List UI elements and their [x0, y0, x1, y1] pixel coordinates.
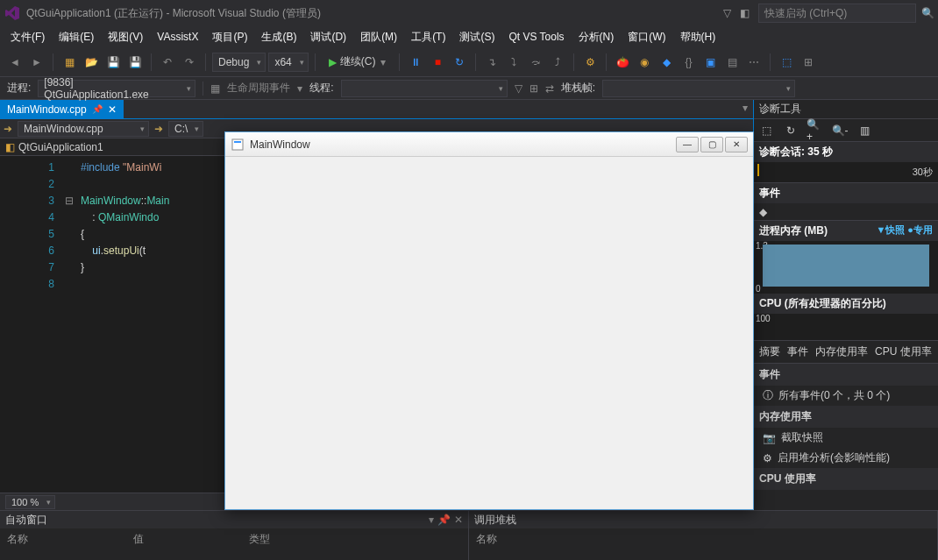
- minimize-button[interactable]: —: [676, 137, 699, 152]
- menu-build[interactable]: 生成(B): [254, 27, 303, 47]
- tool-icon-1[interactable]: ⚙: [580, 53, 600, 72]
- summary-all-events[interactable]: ⓘ所有事件(0 个，共 0 个): [754, 386, 938, 406]
- restart-icon[interactable]: ↻: [450, 53, 469, 72]
- diag-zoomout-icon[interactable]: 🔍-: [831, 122, 849, 139]
- config-dropdown[interactable]: Debug: [212, 53, 266, 72]
- menu-edit[interactable]: 编辑(E): [52, 27, 101, 47]
- va-icon-6[interactable]: ▤: [722, 53, 742, 72]
- memory-chart[interactable]: 1.3 0: [754, 241, 938, 294]
- summary-mem-header: 内存使用率: [754, 406, 938, 428]
- redo-icon[interactable]: ↷: [180, 53, 199, 72]
- swap-icon[interactable]: ⇄: [545, 82, 554, 95]
- mem-legend[interactable]: ▼快照 ●专用: [876, 223, 933, 238]
- pin-icon[interactable]: 📌: [437, 514, 451, 526]
- quick-launch-input[interactable]: 快速启动 (Ctrl+Q): [758, 4, 916, 23]
- menu-team[interactable]: 团队(M): [353, 27, 404, 47]
- stackframe-dropdown[interactable]: [602, 80, 795, 97]
- menu-view[interactable]: 视图(V): [101, 27, 150, 47]
- new-project-icon[interactable]: ▦: [60, 53, 79, 72]
- diag-tab-memory[interactable]: 内存使用率: [815, 344, 868, 359]
- diag-select-icon[interactable]: ⬚: [757, 122, 775, 139]
- search-icon[interactable]: 🔍: [921, 7, 934, 19]
- diag-tab-cpu[interactable]: CPU 使用率: [875, 344, 932, 359]
- va-icon-1[interactable]: 🍅: [613, 53, 632, 72]
- menu-window[interactable]: 窗口(W): [621, 27, 672, 47]
- step-over-icon[interactable]: ⤼: [526, 53, 545, 72]
- diag-timeline[interactable]: 30秒: [754, 162, 938, 183]
- filter-icon[interactable]: ▽: [515, 82, 522, 95]
- open-file-icon[interactable]: 📂: [82, 53, 101, 72]
- qt-mainwindow[interactable]: MainWindow — ▢ ✕: [224, 131, 754, 510]
- menu-vassistx[interactable]: VAssistX: [150, 28, 205, 46]
- col-name[interactable]: 名称: [7, 532, 28, 547]
- va-icon-9[interactable]: ⊞: [799, 53, 818, 72]
- lifecycle-icon[interactable]: ▦: [210, 82, 220, 95]
- diag-settings-icon[interactable]: ▥: [856, 122, 873, 139]
- va-icon-4[interactable]: {}: [679, 53, 698, 72]
- diag-tab-summary[interactable]: 摘要: [759, 344, 780, 359]
- col-type[interactable]: 类型: [249, 532, 270, 547]
- nav-arrow2-icon[interactable]: ➜: [154, 123, 163, 135]
- summary-snapshot[interactable]: 📷截取快照: [754, 428, 938, 448]
- pin-icon[interactable]: 📌: [92, 104, 103, 114]
- class-name[interactable]: QtGuiApplication1: [18, 141, 103, 153]
- nav-scope-dropdown[interactable]: MainWindow.cpp: [18, 121, 149, 137]
- menu-test[interactable]: 测试(S): [452, 27, 501, 47]
- thread-dropdown[interactable]: [341, 80, 508, 97]
- continue-button[interactable]: ▶继续(C)▾: [322, 53, 394, 72]
- undo-icon[interactable]: ↶: [158, 53, 177, 72]
- menu-qtvstools[interactable]: Qt VS Tools: [501, 28, 571, 46]
- col-value[interactable]: 值: [133, 532, 144, 547]
- menu-debug[interactable]: 调试(D): [303, 27, 353, 47]
- dropdown-icon[interactable]: ▾: [429, 514, 434, 526]
- nav-arrow-icon[interactable]: ➜: [4, 123, 12, 135]
- menu-help[interactable]: 帮助(H): [673, 27, 723, 47]
- flag-icon[interactable]: ▽: [723, 7, 731, 19]
- va-icon-5[interactable]: ▣: [700, 53, 720, 72]
- nav-member-dropdown[interactable]: C:\: [168, 121, 203, 137]
- timeline-marker: [757, 164, 759, 176]
- fold-gutter[interactable]: ⊟: [61, 156, 77, 493]
- break-all-icon[interactable]: ⏸: [406, 53, 425, 72]
- step-into-icon[interactable]: ⤵: [504, 53, 523, 72]
- cs-col-name[interactable]: 名称: [476, 532, 497, 547]
- va-icon-2[interactable]: ◉: [635, 53, 654, 72]
- code-text[interactable]: #include "MainWi MainWindow::Main : QMai…: [77, 156, 169, 493]
- menu-file[interactable]: 文件(F): [4, 27, 52, 47]
- close-button[interactable]: ✕: [725, 137, 748, 152]
- stop-icon[interactable]: ■: [428, 53, 447, 72]
- qt-client-area[interactable]: [225, 157, 753, 509]
- va-icon-3[interactable]: ◆: [657, 53, 676, 72]
- platform-dropdown[interactable]: x64: [268, 53, 308, 72]
- nav-fwd-button[interactable]: ►: [27, 53, 46, 72]
- va-icon-8[interactable]: ⬚: [777, 53, 796, 72]
- qt-titlebar[interactable]: MainWindow — ▢ ✕: [225, 132, 753, 157]
- summary-heap[interactable]: ⚙启用堆分析(会影响性能): [754, 448, 938, 468]
- diag-zoomin-icon[interactable]: 🔍+: [807, 122, 824, 139]
- nav-back-button[interactable]: ◄: [5, 53, 25, 72]
- cpu-chart[interactable]: 100: [754, 314, 938, 340]
- diag-reset-icon[interactable]: ↻: [782, 122, 799, 139]
- diag-tab-events[interactable]: 事件: [787, 344, 808, 359]
- continue-label: 继续(C): [340, 54, 376, 69]
- menu-tools[interactable]: 工具(T): [404, 27, 452, 47]
- maximize-button[interactable]: ▢: [700, 137, 723, 152]
- tab-mainwindow-cpp[interactable]: MainWindow.cpp 📌 ✕: [0, 100, 124, 118]
- debug-process-bar: 进程: [9836] QtGuiApplication1.exe ▦ 生命周期事…: [0, 77, 938, 100]
- feedback-icon[interactable]: ◧: [740, 7, 750, 19]
- save-icon[interactable]: 💾: [103, 53, 123, 72]
- zoom-dropdown[interactable]: 100 %: [5, 495, 55, 509]
- step-icon[interactable]: ↴: [482, 53, 501, 72]
- step-out-icon[interactable]: ⤴: [548, 53, 567, 72]
- menu-project[interactable]: 项目(P): [205, 27, 254, 47]
- tab-dropdown-icon[interactable]: ▾: [737, 100, 753, 118]
- va-icon-7[interactable]: ⋯: [744, 53, 764, 72]
- timeline-30s: 30秒: [913, 166, 933, 179]
- save-all-icon[interactable]: 💾: [125, 53, 145, 72]
- menu-analyze[interactable]: 分析(N): [572, 27, 622, 47]
- tool-icon[interactable]: ⊞: [529, 82, 538, 95]
- diag-events-track: ◆: [754, 203, 938, 221]
- close-icon[interactable]: ✕: [454, 514, 463, 526]
- close-icon[interactable]: ✕: [108, 103, 117, 116]
- process-dropdown[interactable]: [9836] QtGuiApplication1.exe: [38, 80, 195, 97]
